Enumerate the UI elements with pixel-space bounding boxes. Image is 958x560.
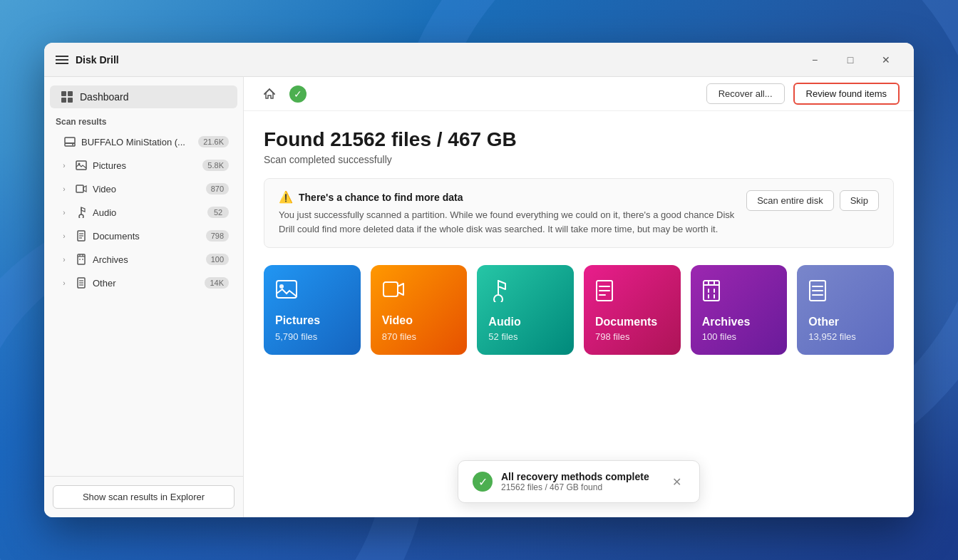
svg-rect-22 [383, 282, 398, 296]
notification-bar: ✓ All recovery methods complete 21562 fi… [458, 460, 700, 503]
drive-name: BUFFALO MiniStation (... [81, 137, 198, 147]
category-card-other[interactable]: Other 13,952 files [797, 265, 894, 355]
app-body: Dashboard Scan results BUFFALO MiniStati… [44, 77, 914, 517]
video-card-count: 870 files [382, 331, 456, 342]
archives-card-name: Archives [702, 316, 776, 328]
sidebar-audio-label: Audio [93, 207, 207, 218]
warning-title: ⚠️ There's a chance to find more data [279, 190, 735, 204]
other-card-name: Other [808, 316, 882, 328]
recover-all-button[interactable]: Recover all... [706, 83, 785, 104]
svg-rect-0 [65, 138, 75, 143]
maximize-button[interactable]: □ [834, 48, 867, 71]
notification-close-button[interactable]: ✕ [668, 473, 685, 490]
content-area: Found 21562 files / 467 GB Scan complete… [244, 111, 914, 517]
warning-banner: ⚠️ There's a chance to find more data Yo… [264, 178, 894, 248]
status-check-icon: ✓ [289, 85, 307, 103]
svg-rect-5 [76, 185, 83, 192]
archives-icon [74, 252, 88, 266]
warning-actions: Scan entire disk Skip [746, 190, 879, 211]
svg-rect-10 [78, 254, 85, 264]
drive-icon [63, 135, 77, 149]
warning-content: ⚠️ There's a chance to find more data Yo… [279, 190, 735, 236]
warning-text: You just successfully scanned a partitio… [279, 208, 735, 236]
sidebar-item-pictures[interactable]: › Pictures 5.8K [50, 154, 237, 177]
video-icon [74, 182, 88, 196]
category-grid: Pictures 5,790 files Video 870 files [264, 265, 894, 355]
scan-results-heading: Scan results [44, 111, 243, 130]
sidebar-pictures-count: 5.8K [202, 160, 229, 171]
sidebar-other-count: 14K [205, 277, 229, 289]
sidebar-documents-count: 798 [206, 230, 229, 242]
sidebar-item-archives[interactable]: › Archives 100 [50, 248, 237, 271]
warning-title-text: There's a chance to find more data [299, 192, 463, 203]
main-window: Disk Drill − □ ✕ Dashboard Scan results [44, 43, 914, 517]
scan-status: Scan completed successfully [264, 154, 894, 165]
expand-icon-documents: › [58, 230, 70, 242]
documents-card-name: Documents [595, 316, 669, 328]
pictures-card-count: 5,790 files [275, 331, 349, 342]
audio-card-name: Audio [488, 316, 562, 328]
notification-subtitle: 21562 files / 467 GB found [501, 482, 659, 492]
documents-icon [74, 229, 88, 243]
sidebar-footer: Show scan results in Explorer [44, 476, 243, 517]
sidebar-video-label: Video [93, 184, 206, 195]
archives-card-count: 100 files [702, 331, 776, 342]
sidebar-item-other[interactable]: › Other 14K [50, 271, 237, 294]
archives-card-icon [702, 279, 776, 307]
video-card-name: Video [382, 314, 456, 327]
home-button[interactable] [258, 83, 281, 105]
sidebar: Dashboard Scan results BUFFALO MiniStati… [44, 77, 244, 517]
documents-card-count: 798 files [595, 331, 669, 342]
minimize-button[interactable]: − [798, 48, 831, 71]
category-card-video[interactable]: Video 870 files [371, 265, 468, 355]
sidebar-archives-count: 100 [206, 254, 229, 265]
other-icon [74, 276, 88, 290]
sidebar-item-dashboard[interactable]: Dashboard [50, 85, 237, 108]
other-card-icon [808, 279, 882, 307]
notification-check-icon: ✓ [473, 472, 493, 492]
sidebar-item-audio[interactable]: › Audio 52 [50, 201, 237, 224]
notification-title: All recovery methods complete [501, 471, 659, 482]
category-card-audio[interactable]: Audio 52 files [477, 265, 574, 355]
close-button[interactable]: ✕ [870, 48, 902, 71]
sidebar-documents-label: Documents [93, 231, 206, 242]
menu-icon[interactable] [56, 56, 68, 64]
sidebar-other-label: Other [93, 278, 205, 289]
dashboard-label: Dashboard [80, 91, 129, 103]
found-title: Found 21562 files / 467 GB [264, 128, 894, 151]
window-controls: − □ ✕ [798, 48, 902, 71]
content-toolbar: ✓ Recover all... Review found items [244, 77, 914, 111]
expand-icon-pictures: › [58, 160, 70, 171]
expand-icon-other: › [58, 277, 70, 289]
other-card-count: 13,952 files [808, 331, 882, 342]
show-explorer-button[interactable]: Show scan results in Explorer [53, 485, 235, 509]
sidebar-pictures-label: Pictures [93, 160, 202, 171]
skip-button[interactable]: Skip [840, 190, 879, 211]
svg-rect-27 [704, 281, 719, 301]
pictures-icon [74, 158, 88, 172]
expand-icon-video: › [58, 183, 70, 195]
expand-icon-archives: › [58, 254, 70, 265]
sidebar-audio-count: 52 [207, 207, 229, 218]
category-card-archives[interactable]: Archives 100 files [691, 265, 788, 355]
sidebar-item-video[interactable]: › Video 870 [50, 177, 237, 200]
titlebar: Disk Drill − □ ✕ [44, 43, 914, 77]
notification-text: All recovery methods complete 21562 file… [501, 471, 659, 492]
category-card-pictures[interactable]: Pictures 5,790 files [264, 265, 361, 355]
audio-card-icon [488, 279, 562, 307]
app-title: Disk Drill [76, 54, 119, 66]
sidebar-archives-label: Archives [93, 254, 206, 265]
svg-point-2 [72, 144, 73, 145]
scan-entire-disk-button[interactable]: Scan entire disk [746, 190, 834, 211]
sidebar-drive-item[interactable]: BUFFALO MiniStation (... 21.6K [50, 130, 237, 153]
pictures-card-icon [275, 279, 349, 304]
audio-card-count: 52 files [488, 331, 562, 342]
review-found-button[interactable]: Review found items [793, 83, 900, 105]
expand-icon-audio: › [58, 207, 70, 218]
svg-point-21 [279, 284, 284, 289]
category-card-documents[interactable]: Documents 798 files [584, 265, 681, 355]
warning-icon: ⚠️ [279, 190, 293, 204]
drive-count: 21.6K [198, 136, 229, 147]
pictures-card-name: Pictures [275, 314, 349, 327]
sidebar-item-documents[interactable]: › Documents 798 [50, 224, 237, 247]
